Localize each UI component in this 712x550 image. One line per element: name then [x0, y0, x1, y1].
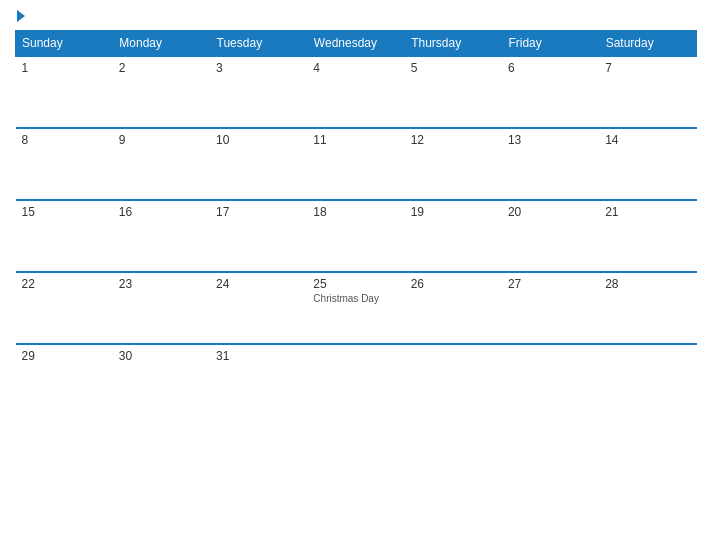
calendar-cell: [405, 344, 502, 416]
calendar-cell: 13: [502, 128, 599, 200]
day-number: 31: [216, 349, 301, 363]
weekday-header-row: SundayMondayTuesdayWednesdayThursdayFrid…: [16, 31, 697, 57]
calendar-cell: 18: [307, 200, 404, 272]
calendar-grid: SundayMondayTuesdayWednesdayThursdayFrid…: [15, 30, 697, 416]
calendar-cell: 19: [405, 200, 502, 272]
day-number: 4: [313, 61, 398, 75]
day-number: 2: [119, 61, 204, 75]
day-number: 11: [313, 133, 398, 147]
calendar-cell: 12: [405, 128, 502, 200]
calendar-cell: 7: [599, 56, 696, 128]
day-number: 25: [313, 277, 398, 291]
calendar-cell: 5: [405, 56, 502, 128]
day-number: 7: [605, 61, 690, 75]
day-number: 20: [508, 205, 593, 219]
calendar-cell: 22: [16, 272, 113, 344]
day-number: 29: [22, 349, 107, 363]
day-number: 23: [119, 277, 204, 291]
calendar-cell: 25Christmas Day: [307, 272, 404, 344]
calendar-cell: 11: [307, 128, 404, 200]
day-number: 22: [22, 277, 107, 291]
day-number: 12: [411, 133, 496, 147]
day-number: 19: [411, 205, 496, 219]
calendar-cell: 16: [113, 200, 210, 272]
day-number: 30: [119, 349, 204, 363]
calendar-cell: 24: [210, 272, 307, 344]
day-number: 14: [605, 133, 690, 147]
week-row-4: 22232425Christmas Day262728: [16, 272, 697, 344]
calendar-cell: 2: [113, 56, 210, 128]
calendar-cell: 31: [210, 344, 307, 416]
calendar-cell: 20: [502, 200, 599, 272]
weekday-header-thursday: Thursday: [405, 31, 502, 57]
day-number: 10: [216, 133, 301, 147]
weekday-header-monday: Monday: [113, 31, 210, 57]
calendar-cell: 14: [599, 128, 696, 200]
day-number: 28: [605, 277, 690, 291]
day-number: 13: [508, 133, 593, 147]
week-row-3: 15161718192021: [16, 200, 697, 272]
calendar-cell: [599, 344, 696, 416]
day-number: 16: [119, 205, 204, 219]
week-row-2: 891011121314: [16, 128, 697, 200]
day-number: 8: [22, 133, 107, 147]
day-number: 6: [508, 61, 593, 75]
calendar-cell: 30: [113, 344, 210, 416]
weekday-header-friday: Friday: [502, 31, 599, 57]
calendar-cell: 28: [599, 272, 696, 344]
calendar-cell: [307, 344, 404, 416]
day-number: 5: [411, 61, 496, 75]
calendar-cell: 29: [16, 344, 113, 416]
calendar-cell: 9: [113, 128, 210, 200]
day-number: 17: [216, 205, 301, 219]
calendar-cell: 15: [16, 200, 113, 272]
day-number: 24: [216, 277, 301, 291]
calendar-cell: 1: [16, 56, 113, 128]
calendar-cell: 10: [210, 128, 307, 200]
calendar-cell: 23: [113, 272, 210, 344]
weekday-header-sunday: Sunday: [16, 31, 113, 57]
logo-icon: [17, 10, 25, 22]
weekday-header-tuesday: Tuesday: [210, 31, 307, 57]
calendar-cell: 6: [502, 56, 599, 128]
holiday-name: Christmas Day: [313, 293, 398, 304]
calendar-container: SundayMondayTuesdayWednesdayThursdayFrid…: [0, 0, 712, 550]
day-number: 9: [119, 133, 204, 147]
day-number: 1: [22, 61, 107, 75]
day-number: 3: [216, 61, 301, 75]
logo: [15, 10, 25, 22]
day-number: 26: [411, 277, 496, 291]
weekday-header-saturday: Saturday: [599, 31, 696, 57]
calendar-cell: 8: [16, 128, 113, 200]
weekday-header-wednesday: Wednesday: [307, 31, 404, 57]
day-number: 15: [22, 205, 107, 219]
day-number: 18: [313, 205, 398, 219]
calendar-cell: 17: [210, 200, 307, 272]
calendar-cell: [502, 344, 599, 416]
calendar-cell: 3: [210, 56, 307, 128]
day-number: 21: [605, 205, 690, 219]
week-row-5: 293031: [16, 344, 697, 416]
calendar-cell: 21: [599, 200, 696, 272]
calendar-cell: 27: [502, 272, 599, 344]
calendar-cell: 26: [405, 272, 502, 344]
calendar-cell: 4: [307, 56, 404, 128]
day-number: 27: [508, 277, 593, 291]
calendar-header: [15, 10, 697, 22]
week-row-1: 1234567: [16, 56, 697, 128]
